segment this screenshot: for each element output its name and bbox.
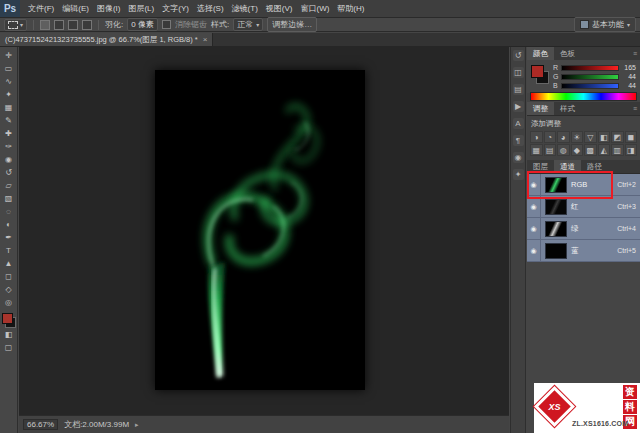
status-menu-arrow-icon[interactable]: ▸ <box>135 421 139 429</box>
tab-channels[interactable]: 通道 <box>554 160 581 173</box>
adjustment-icon[interactable]: ◔ <box>544 131 557 143</box>
channel-row-blue[interactable]: ◉ 蓝 Ctrl+5 <box>527 240 640 262</box>
zoom-level-field[interactable]: 66.67% <box>23 419 58 430</box>
menu-image[interactable]: 图像(I) <box>93 0 125 17</box>
shape-tool[interactable]: ◻ <box>1 270 17 283</box>
menu-view[interactable]: 视图(V) <box>262 0 297 17</box>
clone-source-panel-icon[interactable]: ◉ <box>513 152 524 163</box>
tab-layers[interactable]: 图层 <box>527 160 554 173</box>
history-panel-icon[interactable]: ↺ <box>513 50 524 61</box>
paragraph-panel-icon[interactable]: ¶ <box>513 135 524 146</box>
actions-panel-icon[interactable]: ▶ <box>513 101 524 112</box>
screen-mode-tool[interactable]: ▢ <box>1 341 17 354</box>
marquee-tool[interactable]: ▭ <box>1 62 17 75</box>
gradient-tool[interactable]: ▧ <box>1 192 17 205</box>
type-tool[interactable]: T <box>1 244 17 257</box>
adjustment-icon[interactable]: ◭ <box>598 144 611 156</box>
foreground-color-swatch[interactable] <box>531 65 544 78</box>
navigator-panel-icon[interactable]: ✦ <box>513 169 524 180</box>
adjustment-icon[interactable]: ▥ <box>611 144 624 156</box>
panel-menu-icon[interactable]: ≡ <box>630 50 640 57</box>
adjustment-icon[interactable]: ◍ <box>557 144 570 156</box>
adjustment-icon[interactable]: ◨ <box>625 144 638 156</box>
blue-slider[interactable] <box>561 83 619 89</box>
adjustment-icon[interactable]: ◆ <box>571 144 584 156</box>
subtract-selection-icon[interactable] <box>68 20 78 30</box>
tab-paths[interactable]: 路径 <box>581 160 608 173</box>
add-selection-icon[interactable] <box>54 20 64 30</box>
tool-preset-dropdown[interactable]: ▾ <box>4 19 27 31</box>
adjustment-icon[interactable]: ▦ <box>530 144 543 156</box>
visibility-eye-icon[interactable]: ◉ <box>527 174 541 195</box>
adjustment-icon[interactable]: ◩ <box>611 131 624 143</box>
pen-tool[interactable]: ✒ <box>1 231 17 244</box>
document-tab[interactable]: (C)4737152421323735555.jpg @ 66.7%(图层 1,… <box>0 33 213 46</box>
dodge-tool[interactable]: ◐ <box>1 218 17 231</box>
move-tool[interactable]: ✛ <box>1 49 17 62</box>
menu-filter[interactable]: 滤镜(T) <box>228 0 262 17</box>
adjustment-icon[interactable]: ◑ <box>530 131 543 143</box>
character-panel-icon[interactable]: A <box>513 118 524 129</box>
healing-brush-tool[interactable]: ✚ <box>1 127 17 140</box>
foreground-color-swatch[interactable] <box>2 313 13 324</box>
visibility-eye-icon[interactable]: ◉ <box>527 196 541 217</box>
menu-edit[interactable]: 编辑(E) <box>58 0 93 17</box>
adjustment-icon[interactable]: ◧ <box>598 131 611 143</box>
path-selection-tool[interactable]: ▲ <box>1 257 17 270</box>
visibility-eye-icon[interactable]: ◉ <box>527 240 541 261</box>
green-value[interactable]: 44 <box>622 73 636 80</box>
eyedropper-tool[interactable]: ✎ <box>1 114 17 127</box>
intersect-selection-icon[interactable] <box>82 20 92 30</box>
document-canvas[interactable] <box>155 70 365 390</box>
antialias-checkbox[interactable] <box>162 20 171 29</box>
adjustment-icon[interactable]: ▤ <box>544 144 557 156</box>
menu-file[interactable]: 文件(F) <box>24 0 58 17</box>
hand-tool[interactable]: ◇ <box>1 283 17 296</box>
close-icon[interactable]: × <box>203 35 208 44</box>
menu-window[interactable]: 窗口(W) <box>296 0 333 17</box>
red-slider[interactable] <box>561 65 619 71</box>
panel-menu-icon[interactable]: ≡ <box>630 105 640 112</box>
menu-select[interactable]: 选择(S) <box>193 0 228 17</box>
channel-row-red[interactable]: ◉ 红 Ctrl+3 <box>527 196 640 218</box>
adjustment-icon[interactable]: ◼ <box>625 131 638 143</box>
adjustment-icon[interactable]: ◕ <box>557 131 570 143</box>
clone-stamp-tool[interactable]: ◉ <box>1 153 17 166</box>
zoom-tool[interactable]: ◎ <box>1 296 17 309</box>
workspace-switcher-button[interactable]: 基本功能 ▾ <box>574 17 636 32</box>
menu-type[interactable]: 文字(Y) <box>158 0 193 17</box>
tab-color[interactable]: 颜色 <box>527 47 554 60</box>
refine-edge-button[interactable]: 调整边缘… <box>267 17 317 32</box>
style-select[interactable]: 正常 ▾ <box>233 18 263 31</box>
adjustment-icon[interactable]: ▩ <box>584 144 597 156</box>
visibility-eye-icon[interactable]: ◉ <box>527 218 541 239</box>
crop-tool[interactable]: ▦ <box>1 101 17 114</box>
tab-styles[interactable]: 样式 <box>554 102 581 115</box>
history-brush-tool[interactable]: ↺ <box>1 166 17 179</box>
adjustment-icon[interactable]: ☀ <box>571 131 584 143</box>
quick-selection-tool[interactable]: ✦ <box>1 88 17 101</box>
brush-tool[interactable]: ✑ <box>1 140 17 153</box>
green-slider[interactable] <box>561 74 619 80</box>
new-selection-icon[interactable] <box>40 20 50 30</box>
lasso-tool[interactable]: ∿ <box>1 75 17 88</box>
feather-input[interactable]: 0 像素 <box>127 18 158 31</box>
blur-tool[interactable]: ◌ <box>1 205 17 218</box>
eraser-tool[interactable]: ▱ <box>1 179 17 192</box>
channel-row-green[interactable]: ◉ 绿 Ctrl+4 <box>527 218 640 240</box>
adjustment-icon[interactable]: ▽ <box>584 131 597 143</box>
tab-adjustments[interactable]: 调整 <box>527 102 554 115</box>
panel-color-swatches[interactable] <box>531 63 549 90</box>
menu-help[interactable]: 帮助(H) <box>333 0 368 17</box>
info-panel-icon[interactable]: ▤ <box>513 84 524 95</box>
color-swatches[interactable] <box>2 313 16 328</box>
color-spectrum-bar[interactable] <box>530 92 637 101</box>
menu-layer[interactable]: 图层(L) <box>124 0 158 17</box>
red-value[interactable]: 165 <box>622 64 636 71</box>
ps-logo[interactable]: Ps <box>0 0 20 17</box>
blue-value[interactable]: 44 <box>622 82 636 89</box>
quick-mask-tool[interactable]: ◧ <box>1 328 17 341</box>
channel-row-rgb[interactable]: ◉ RGB Ctrl+2 <box>527 174 640 196</box>
properties-panel-icon[interactable]: ◫ <box>513 67 524 78</box>
tab-swatches[interactable]: 色板 <box>554 47 581 60</box>
